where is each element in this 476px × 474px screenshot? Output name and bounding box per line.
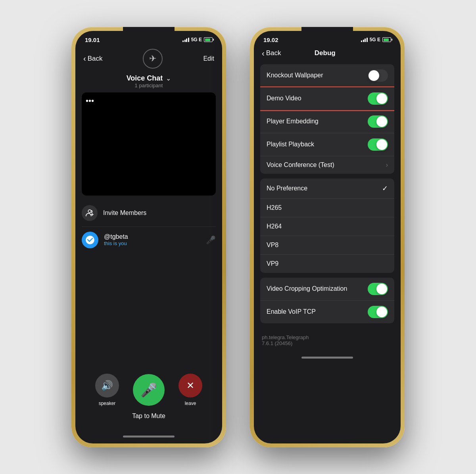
voice-chat-header: Voice Chat ⌄ 1 participant — [75, 73, 222, 92]
edit-button-phone1[interactable]: Edit — [203, 55, 214, 62]
settings-row-voice-conference[interactable]: Voice Conference (Test) › — [260, 156, 394, 174]
speaker-circle: 🔊 — [95, 374, 119, 397]
home-indicator-phone2 — [301, 357, 353, 359]
option-vp8[interactable]: VP8 — [260, 236, 394, 255]
battery-phone2 — [382, 37, 391, 42]
mute-button[interactable]: 🎤 — [133, 374, 165, 406]
compass-icon: ✈ — [143, 49, 163, 69]
app-version: 7.6.1 (20456) — [262, 340, 393, 346]
control-buttons: 🔊 speaker 🎤 ✕ leave — [91, 374, 206, 406]
debug-nav: ‹ Back Debug — [254, 46, 401, 63]
status-right-phone2: 5G E — [361, 37, 391, 42]
home-indicator-phone1 — [123, 436, 175, 438]
app-info: ph.telegra.Telegraph 7.6.1 (20456) — [254, 328, 401, 353]
signal-bars-phone1 — [182, 38, 189, 42]
user-info: @tgbeta this is you — [104, 233, 200, 246]
option-no-preference[interactable]: No Preference ✓ — [260, 178, 394, 199]
signal-bar-p2-4 — [367, 38, 368, 42]
debug-back-label: Back — [266, 49, 281, 57]
option-no-preference-label: No Preference — [267, 185, 307, 192]
user-avatar — [82, 232, 98, 248]
option-h264[interactable]: H264 — [260, 217, 394, 236]
battery-fill-phone2 — [384, 38, 389, 41]
leave-label: leave — [185, 401, 196, 406]
mic-icon-user: 🎤 — [206, 235, 216, 245]
invite-row[interactable]: Invite Members — [82, 200, 216, 227]
back-button-phone1[interactable]: ‹ Back — [83, 54, 102, 63]
video-area: ••• — [82, 92, 216, 196]
signal-bar-p2-2 — [363, 40, 364, 42]
debug-back-chevron: ‹ — [262, 49, 265, 58]
back-chevron-phone1: ‹ — [83, 54, 86, 63]
no-preference-checkmark: ✓ — [382, 184, 388, 193]
network-type-phone1: 5G E — [191, 37, 202, 42]
tap-to-mute-label: Tap to Mute — [132, 413, 165, 420]
signal-bar-1 — [182, 40, 184, 42]
signal-bar-4 — [188, 38, 189, 42]
settings-row-video-cropping: Video Cropping Optimization — [260, 278, 394, 301]
leave-button[interactable]: ✕ leave — [178, 374, 202, 406]
user-name: @tgbeta — [104, 233, 200, 240]
signal-bar-3 — [186, 38, 187, 42]
phone1-shell: 19.01 5G E ‹ — [71, 27, 226, 447]
app-bundle: ph.telegra.Telegraph — [262, 334, 393, 340]
demo-video-toggle-thumb — [376, 93, 387, 104]
option-h265-label: H265 — [267, 204, 282, 211]
voice-chat-title: Voice Chat — [127, 74, 163, 83]
option-h264-label: H264 — [267, 223, 282, 230]
option-vp9[interactable]: VP9 — [260, 255, 394, 273]
battery-phone1 — [204, 37, 213, 42]
speaker-button[interactable]: 🔊 speaker — [95, 374, 119, 406]
invite-icon — [82, 205, 98, 221]
knockout-toggle-thumb — [369, 70, 379, 81]
settings-section-bottom: Video Cropping Optimization Enable VoIP … — [260, 278, 394, 323]
nav-bar-phone1: ‹ Back ✈ Edit — [75, 46, 222, 73]
knockout-toggle[interactable] — [368, 69, 388, 82]
voice-chat-subtitle: 1 participant — [135, 83, 163, 88]
settings-row-voip-tcp: Enable VoIP TCP — [260, 301, 394, 323]
video-cropping-toggle-thumb — [376, 284, 387, 294]
time-phone2: 19.02 — [263, 36, 278, 43]
voip-tcp-toggle[interactable] — [368, 306, 388, 318]
player-embedding-toggle[interactable] — [368, 115, 388, 128]
settings-section-1: Knockout Wallpaper Demo Video Player Emb… — [260, 64, 394, 174]
option-h265[interactable]: H265 — [260, 199, 394, 217]
player-embedding-toggle-thumb — [376, 116, 387, 127]
options-section: No Preference ✓ H265 H264 VP8 VP9 — [260, 178, 394, 273]
signal-bar-2 — [184, 40, 186, 42]
signal-bars-phone2 — [361, 38, 368, 42]
user-sub: this is you — [104, 240, 200, 246]
voice-conference-chevron: › — [386, 161, 388, 169]
voice-chat-chevron[interactable]: ⌄ — [166, 75, 171, 82]
debug-back-button[interactable]: ‹ Back — [262, 49, 281, 58]
knockout-label: Knockout Wallpaper — [267, 72, 323, 79]
battery-fill-phone1 — [205, 38, 211, 41]
settings-row-player-embedding: Player Embedding — [260, 110, 394, 133]
option-vp8-label: VP8 — [267, 242, 278, 249]
settings-row-knockout: Knockout Wallpaper — [260, 64, 394, 87]
speaker-label: speaker — [99, 401, 116, 406]
voice-conference-label: Voice Conference (Test) — [267, 161, 334, 169]
demo-video-toggle[interactable] — [368, 92, 388, 105]
playlist-playback-label: Playlist Playback — [267, 141, 314, 148]
voice-chat-title-group: Voice Chat ⌄ 1 participant — [127, 74, 171, 88]
call-controls: 🔊 speaker 🎤 ✕ leave Tap to Mute — [75, 366, 222, 432]
leave-circle: ✕ — [178, 374, 202, 397]
video-cropping-toggle[interactable] — [368, 283, 388, 295]
phone2-inner: 19.02 5G E ‹ — [254, 31, 401, 443]
playlist-playback-toggle-thumb — [376, 139, 387, 150]
demo-video-label: Demo Video — [267, 95, 301, 102]
voice-chat-title-row: Voice Chat ⌄ — [127, 74, 171, 83]
network-type-phone2: 5G E — [370, 37, 380, 42]
playlist-playback-toggle[interactable] — [368, 138, 388, 151]
voip-tcp-toggle-thumb — [376, 307, 387, 317]
three-dots-button[interactable]: ••• — [86, 96, 94, 106]
participants-list: Invite Members @tgbeta this is you 🎤 — [75, 200, 222, 366]
video-cropping-label: Video Cropping Optimization — [267, 285, 347, 292]
voip-tcp-label: Enable VoIP TCP — [267, 308, 316, 315]
back-label-phone1: Back — [88, 55, 103, 63]
user-row: @tgbeta this is you 🎤 — [82, 227, 216, 253]
page-container: 19.01 5G E ‹ — [56, 3, 420, 471]
signal-bar-p2-3 — [365, 38, 366, 42]
option-vp9-label: VP9 — [267, 260, 278, 267]
